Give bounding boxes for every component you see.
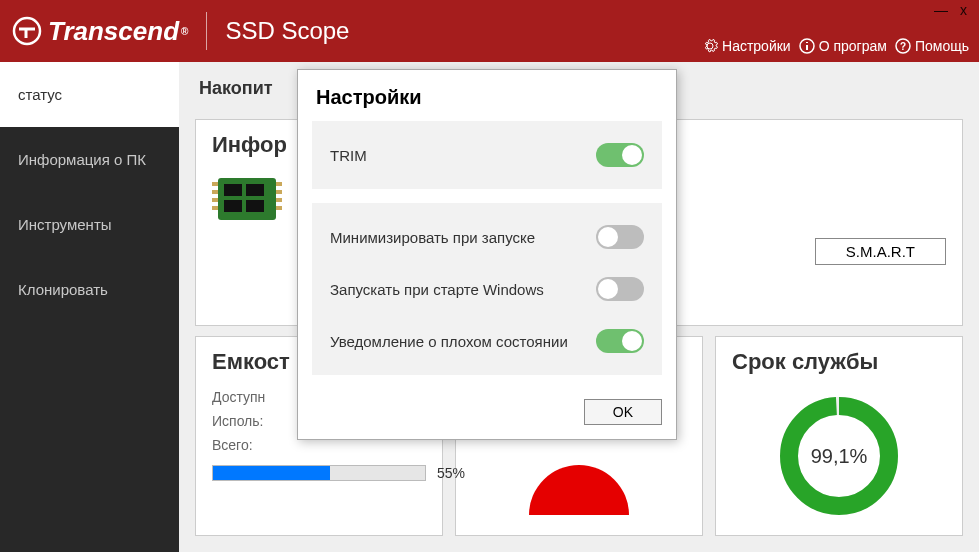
capacity-bar: 55% [212,465,426,481]
sidebar-item-status[interactable]: статус [0,62,179,127]
setting-label: Запускать при старте Windows [330,281,544,298]
life-title: Срок службы [732,349,946,375]
setting-notify: Уведомление о плохом состоянии [326,315,648,367]
help-icon: ? [895,38,911,54]
svg-rect-15 [276,182,282,186]
toggle-trim[interactable] [596,143,644,167]
capacity-fill [213,466,330,480]
settings-dialog: Настройки TRIM Минимизировать при запуск… [297,69,677,440]
app-header: Transcend ® SSD Scope — x Настройки О пр… [0,0,979,62]
settings-button[interactable]: Настройки [702,38,791,54]
gear-icon [702,38,718,54]
svg-rect-7 [224,184,242,196]
window-controls: — x [934,2,967,18]
svg-rect-18 [276,206,282,210]
drive-label: Накопит [199,78,273,99]
info-icon [799,38,815,54]
about-label: О програм [819,38,887,54]
ok-button[interactable]: OK [584,399,662,425]
brand-reg: ® [181,26,188,37]
header-actions: Настройки О програм ? Помощь [702,38,969,54]
svg-rect-17 [276,198,282,202]
sidebar-item-label: статус [18,86,62,103]
sidebar: статус Информация о ПК Инструменты Клони… [0,62,179,552]
brand-logo: Transcend ® [12,16,188,47]
help-button[interactable]: ? Помощь [895,38,969,54]
life-card: Срок службы 99,1% [715,336,963,536]
sidebar-item-pcinfo[interactable]: Информация о ПК [0,127,179,192]
setting-label: Уведомление о плохом состоянии [330,333,568,350]
brand-name: Transcend [48,16,179,47]
sidebar-item-label: Инструменты [18,216,112,233]
svg-rect-14 [212,206,218,210]
setting-label: TRIM [330,147,367,164]
sidebar-item-clone[interactable]: Клонировать [0,257,179,322]
svg-rect-11 [212,182,218,186]
ssd-chip-icon [212,172,282,226]
svg-rect-9 [224,200,242,212]
sidebar-item-tools[interactable]: Инструменты [0,192,179,257]
capacity-pct: 55% [437,465,465,481]
setting-startup: Запускать при старте Windows [326,263,648,315]
smart-button[interactable]: S.M.A.R.T [815,238,946,265]
svg-rect-8 [246,184,264,196]
minimize-button[interactable]: — [934,2,948,18]
svg-rect-12 [212,190,218,194]
close-button[interactable]: x [960,2,967,18]
header-divider [206,12,207,50]
brand: Transcend ® SSD Scope [0,12,349,50]
svg-text:?: ? [900,41,906,52]
health-indicator [529,465,629,515]
life-pct: 99,1% [811,445,868,468]
toggle-minimize[interactable] [596,225,644,249]
setting-label: Минимизировать при запуске [330,229,535,246]
setting-minimize: Минимизировать при запуске [326,211,648,263]
sidebar-item-label: Информация о ПК [18,151,146,168]
toggle-startup[interactable] [596,277,644,301]
transcend-logo-icon [12,16,42,46]
svg-rect-10 [246,200,264,212]
svg-rect-16 [276,190,282,194]
toggle-notify[interactable] [596,329,644,353]
svg-rect-13 [212,198,218,202]
help-label: Помощь [915,38,969,54]
about-button[interactable]: О програм [799,38,887,54]
settings-label: Настройки [722,38,791,54]
sidebar-item-label: Клонировать [18,281,108,298]
setting-trim: TRIM [326,129,648,181]
dialog-title: Настройки [298,70,676,121]
product-name: SSD Scope [225,17,349,45]
